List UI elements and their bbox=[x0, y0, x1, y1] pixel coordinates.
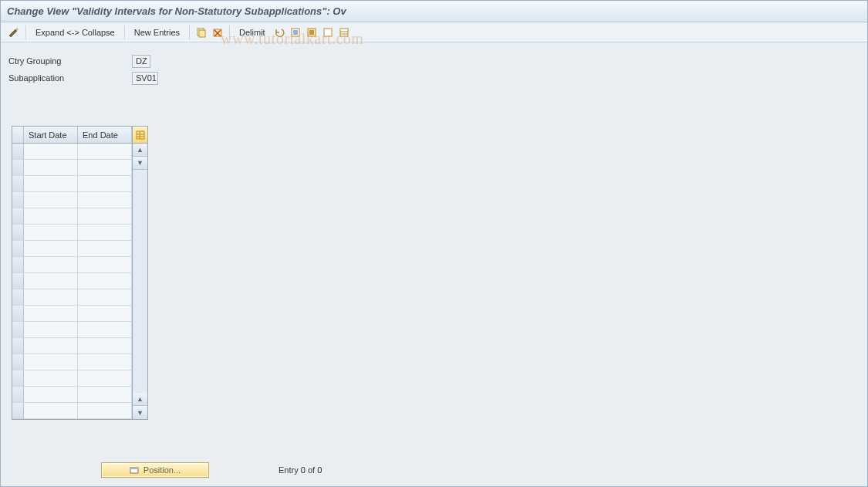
delimit-button[interactable]: Delimit bbox=[235, 26, 270, 39]
form-area: Ctry Grouping DZ Subapplication SV01 bbox=[1, 42, 867, 95]
col-header-end[interactable]: End Date bbox=[78, 127, 132, 143]
row-selector[interactable] bbox=[12, 338, 24, 353]
svg-rect-13 bbox=[137, 131, 144, 139]
delete-icon[interactable] bbox=[211, 25, 225, 39]
table-row[interactable] bbox=[12, 370, 132, 387]
row-selector[interactable] bbox=[12, 192, 24, 208]
cell-end-date[interactable] bbox=[78, 289, 132, 305]
ctry-grouping-field[interactable]: DZ bbox=[132, 55, 150, 68]
cell-start-date[interactable] bbox=[24, 354, 78, 370]
row-selector[interactable] bbox=[12, 403, 24, 418]
cell-start-date[interactable] bbox=[24, 257, 78, 272]
row-selector[interactable] bbox=[12, 257, 24, 272]
select-block-icon[interactable] bbox=[305, 25, 319, 39]
deselect-all-icon[interactable] bbox=[321, 25, 335, 39]
position-button[interactable]: Position... bbox=[101, 462, 209, 478]
cell-end-date[interactable] bbox=[78, 257, 132, 272]
cell-start-date[interactable] bbox=[24, 144, 78, 159]
table-row[interactable] bbox=[12, 144, 132, 160]
table-row[interactable] bbox=[12, 289, 132, 306]
scroll-down-button[interactable]: ▼ bbox=[133, 406, 147, 419]
toggle-display-change-icon[interactable] bbox=[7, 25, 21, 39]
row-selector[interactable] bbox=[12, 306, 24, 321]
table-row[interactable] bbox=[12, 160, 132, 176]
scroll-up-button[interactable]: ▲ bbox=[133, 144, 147, 157]
cell-start-date[interactable] bbox=[24, 387, 78, 402]
scroll-up-one-button[interactable]: ▲ bbox=[133, 393, 147, 406]
cell-end-date[interactable] bbox=[78, 241, 132, 256]
table-row[interactable] bbox=[12, 338, 132, 354]
copy-as-icon[interactable] bbox=[194, 25, 208, 39]
table-row[interactable] bbox=[12, 354, 132, 370]
scroll-track[interactable] bbox=[133, 170, 147, 393]
undo-change-icon[interactable] bbox=[272, 25, 286, 39]
cell-end-date[interactable] bbox=[78, 160, 132, 175]
cell-start-date[interactable] bbox=[24, 370, 78, 386]
cell-end-date[interactable] bbox=[78, 403, 132, 418]
title-bar: Change View "Validity Intervals for Non-… bbox=[1, 1, 867, 22]
row-selector[interactable] bbox=[12, 241, 24, 256]
row-selector[interactable] bbox=[12, 144, 24, 159]
table-row[interactable] bbox=[12, 387, 132, 403]
row-selector[interactable] bbox=[12, 176, 24, 191]
svg-rect-1 bbox=[199, 30, 205, 37]
table-row[interactable] bbox=[12, 306, 132, 322]
cell-start-date[interactable] bbox=[24, 176, 78, 191]
row-selector[interactable] bbox=[12, 208, 24, 224]
cell-start-date[interactable] bbox=[24, 208, 78, 224]
row-selector[interactable] bbox=[12, 387, 24, 402]
row-selector[interactable] bbox=[12, 160, 24, 175]
col-header-start[interactable]: Start Date bbox=[24, 127, 78, 143]
row-selector[interactable] bbox=[12, 370, 24, 386]
expand-collapse-button[interactable]: Expand <-> Collapse bbox=[31, 26, 120, 39]
table-row[interactable] bbox=[12, 322, 132, 338]
row-selector[interactable] bbox=[12, 322, 24, 337]
table-row[interactable] bbox=[12, 225, 132, 241]
scroll-down-one-button[interactable]: ▼ bbox=[133, 157, 147, 170]
table-row[interactable] bbox=[12, 176, 132, 192]
cell-end-date[interactable] bbox=[78, 225, 132, 240]
cell-start-date[interactable] bbox=[24, 241, 78, 256]
grid-body bbox=[12, 144, 132, 419]
svg-rect-9 bbox=[324, 29, 332, 36]
cell-start-date[interactable] bbox=[24, 403, 78, 418]
cell-start-date[interactable] bbox=[24, 289, 78, 305]
subapplication-row: Subapplication SV01 bbox=[8, 70, 860, 86]
select-all-rows-button[interactable] bbox=[12, 127, 24, 143]
cell-end-date[interactable] bbox=[78, 387, 132, 402]
svg-rect-10 bbox=[340, 29, 348, 36]
cell-end-date[interactable] bbox=[78, 273, 132, 289]
new-entries-button[interactable]: New Entries bbox=[130, 26, 184, 39]
table-settings-icon[interactable] bbox=[133, 127, 147, 144]
subapplication-field[interactable]: SV01 bbox=[132, 72, 158, 85]
table-row[interactable] bbox=[12, 403, 132, 419]
table-row[interactable] bbox=[12, 273, 132, 289]
cell-end-date[interactable] bbox=[78, 192, 132, 208]
table-row[interactable] bbox=[12, 241, 132, 257]
cell-end-date[interactable] bbox=[78, 306, 132, 321]
row-selector[interactable] bbox=[12, 289, 24, 305]
cell-start-date[interactable] bbox=[24, 322, 78, 337]
cell-start-date[interactable] bbox=[24, 306, 78, 321]
cell-start-date[interactable] bbox=[24, 225, 78, 240]
cell-end-date[interactable] bbox=[78, 354, 132, 370]
row-selector[interactable] bbox=[12, 273, 24, 289]
cell-end-date[interactable] bbox=[78, 208, 132, 224]
cell-start-date[interactable] bbox=[24, 192, 78, 208]
cell-end-date[interactable] bbox=[78, 338, 132, 353]
cell-end-date[interactable] bbox=[78, 176, 132, 191]
row-selector[interactable] bbox=[12, 354, 24, 370]
cell-start-date[interactable] bbox=[24, 273, 78, 289]
table-row[interactable] bbox=[12, 208, 132, 225]
cell-start-date[interactable] bbox=[24, 338, 78, 353]
table-row[interactable] bbox=[12, 192, 132, 208]
table-row[interactable] bbox=[12, 257, 132, 273]
select-all-icon[interactable] bbox=[289, 25, 302, 39]
config-columns-icon[interactable] bbox=[337, 25, 351, 39]
cell-end-date[interactable] bbox=[78, 370, 132, 386]
subapplication-label: Subapplication bbox=[8, 73, 132, 83]
cell-start-date[interactable] bbox=[24, 160, 78, 175]
cell-end-date[interactable] bbox=[78, 322, 132, 337]
row-selector[interactable] bbox=[12, 225, 24, 240]
cell-end-date[interactable] bbox=[78, 144, 132, 159]
